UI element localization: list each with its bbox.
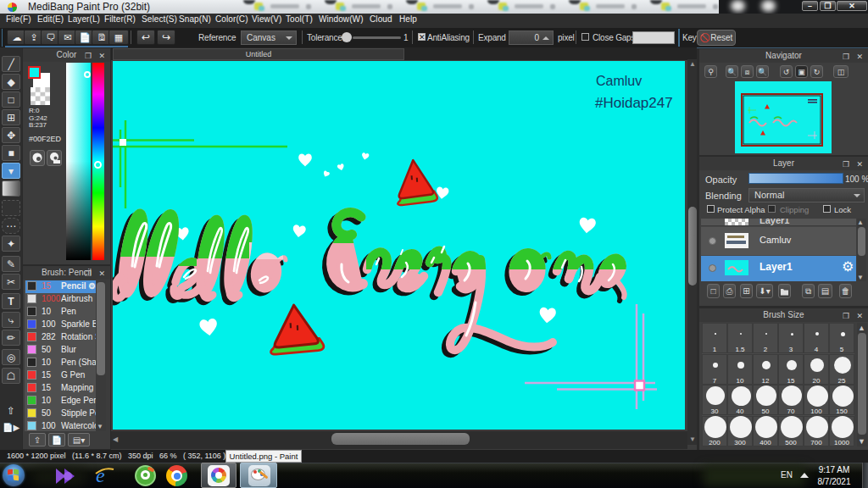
- svg-text:#Hoidap247: #Hoidap247: [595, 95, 673, 111]
- svg-text:Camluv: Camluv: [596, 74, 642, 88]
- svg-text:e: e: [96, 465, 105, 486]
